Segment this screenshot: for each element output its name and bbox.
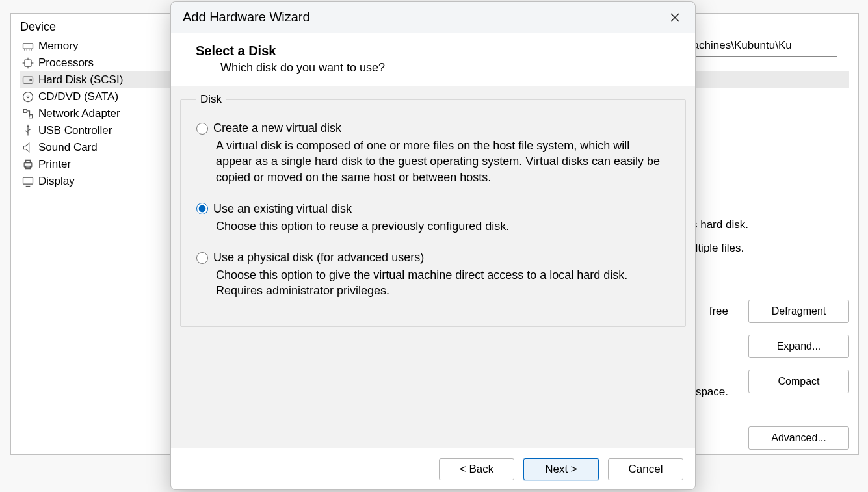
- svg-point-11: [30, 79, 32, 81]
- radio-create-new-desc: A virtual disk is composed of one or mor…: [196, 135, 670, 198]
- advanced-button[interactable]: Advanced...: [748, 426, 849, 450]
- network-icon: [21, 107, 34, 120]
- device-label: Sound Card: [38, 141, 98, 154]
- radio-physical-input[interactable]: [196, 252, 208, 264]
- radio-physical-label: Use a physical disk (for advanced users): [213, 251, 424, 265]
- radio-use-existing-label: Use an existing virtual disk: [213, 202, 352, 216]
- svg-rect-0: [23, 44, 33, 49]
- printer-icon: [21, 158, 34, 171]
- display-icon: [21, 175, 34, 188]
- device-label: CD/DVD (SATA): [38, 90, 118, 103]
- free-space-label-suffix: free: [709, 305, 728, 318]
- device-label: Network Adapter: [38, 107, 120, 120]
- wizard-body: Disk Create a new virtual disk A virtual…: [171, 86, 695, 448]
- disc-icon: [21, 90, 34, 103]
- add-hardware-wizard-dialog: Add Hardware Wizard Select a Disk Which …: [170, 1, 696, 490]
- expand-button[interactable]: Expand...: [748, 335, 849, 358]
- disk-options-group: Disk Create a new virtual disk A virtual…: [180, 93, 686, 327]
- usb-icon: [21, 124, 34, 137]
- wizard-titlebar[interactable]: Add Hardware Wizard: [171, 2, 695, 33]
- wizard-footer: < Back Next > Cancel: [171, 448, 695, 489]
- next-button[interactable]: Next >: [523, 458, 599, 480]
- cpu-icon: [21, 57, 34, 70]
- compact-button[interactable]: Compact: [748, 370, 849, 393]
- radio-use-existing-desc: Choose this option to reuse a previously…: [196, 216, 670, 247]
- wizard-header: Select a Disk Which disk do you want to …: [171, 33, 695, 86]
- device-label: USB Controller: [38, 124, 112, 137]
- svg-rect-20: [23, 177, 33, 184]
- info-line-1: this hard disk.: [680, 218, 849, 231]
- svg-rect-17: [24, 163, 32, 168]
- radio-create-new-input[interactable]: [196, 123, 208, 135]
- space-label-suffix: space.: [696, 385, 728, 398]
- wizard-subheading: Which disk do you want to use?: [196, 61, 676, 75]
- close-icon: [670, 13, 679, 22]
- radio-option-use-existing[interactable]: Use an existing virtual disk: [196, 202, 670, 216]
- disk-info-text: this hard disk. multiple files.: [680, 215, 849, 265]
- device-label: Hard Disk (SCSI): [38, 73, 123, 86]
- defragment-button[interactable]: Defragment: [748, 300, 849, 323]
- radio-option-physical[interactable]: Use a physical disk (for advanced users): [196, 251, 670, 265]
- cancel-button[interactable]: Cancel: [608, 458, 683, 480]
- svg-point-13: [27, 96, 29, 97]
- device-label: Printer: [38, 158, 71, 171]
- svg-rect-18: [26, 160, 31, 162]
- radio-physical-desc: Choose this option to give the virtual m…: [196, 265, 670, 312]
- memory-icon: [21, 40, 34, 53]
- device-label: Display: [38, 175, 75, 188]
- svg-rect-5: [25, 60, 31, 66]
- close-button[interactable]: [660, 5, 690, 30]
- device-label: Processors: [38, 57, 94, 70]
- hard-disk-icon: [21, 73, 34, 86]
- wizard-heading: Select a Disk: [196, 44, 676, 58]
- info-line-2: multiple files.: [680, 242, 849, 255]
- wizard-window-title: Add Hardware Wizard: [183, 10, 660, 25]
- device-label: Memory: [38, 40, 78, 53]
- svg-rect-14: [23, 109, 27, 112]
- radio-use-existing-input[interactable]: [196, 203, 208, 214]
- svg-point-12: [23, 92, 33, 102]
- radio-option-create-new[interactable]: Create a new virtual disk: [196, 122, 670, 135]
- sound-icon: [21, 141, 34, 154]
- disk-group-legend: Disk: [196, 93, 226, 106]
- back-button[interactable]: < Back: [439, 458, 514, 480]
- radio-create-new-label: Create a new virtual disk: [213, 122, 341, 135]
